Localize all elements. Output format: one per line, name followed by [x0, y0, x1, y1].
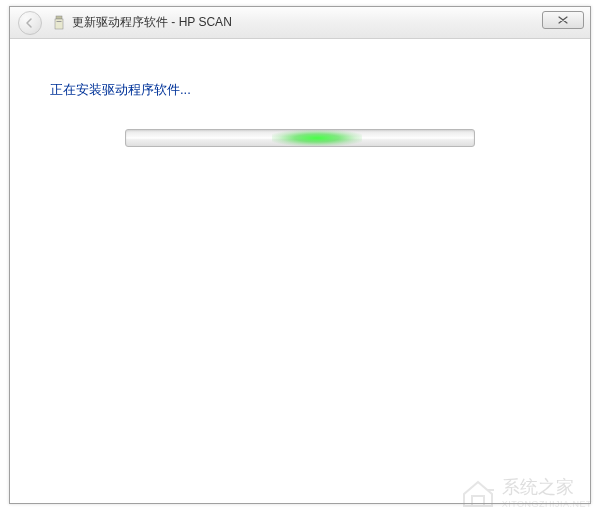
back-arrow-icon [24, 17, 36, 29]
back-button[interactable] [18, 11, 42, 35]
svg-rect-0 [56, 16, 62, 19]
device-icon [52, 14, 66, 32]
status-text: 正在安装驱动程序软件... [50, 81, 550, 99]
content-area: 正在安装驱动程序软件... [10, 39, 590, 189]
progress-bar [125, 129, 475, 147]
close-button[interactable] [542, 11, 584, 29]
close-icon [557, 15, 569, 25]
titlebar: 更新驱动程序软件 - HP SCAN [10, 7, 590, 39]
window-title: 更新驱动程序软件 - HP SCAN [72, 14, 232, 31]
progress-indicator [272, 130, 362, 146]
dialog-window: 更新驱动程序软件 - HP SCAN 正在安装驱动程序软件... [9, 6, 591, 504]
svg-rect-1 [55, 19, 63, 29]
svg-rect-2 [57, 21, 62, 22]
